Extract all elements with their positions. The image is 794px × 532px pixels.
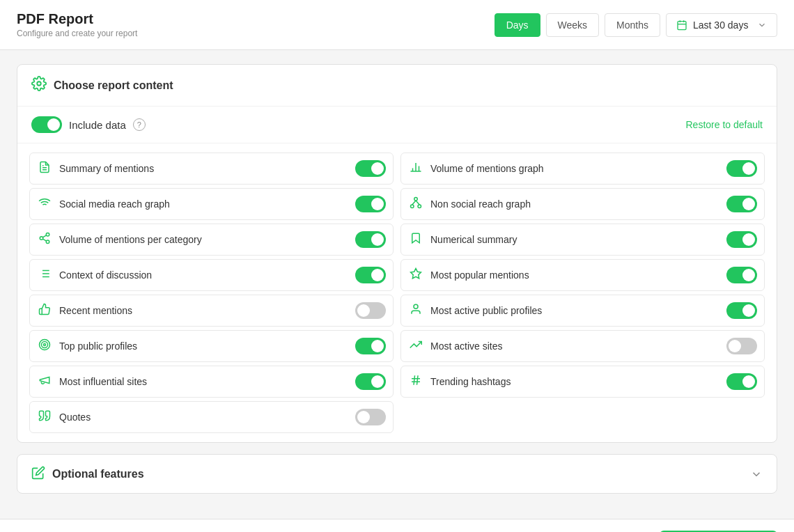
restore-default-link[interactable]: Restore to default (685, 119, 763, 130)
trending-hashtags-icon (408, 374, 423, 389)
svg-point-27 (411, 205, 414, 208)
item-left: Most active public profiles (408, 303, 542, 318)
item-left: Summary of mentions (37, 161, 154, 176)
page-subtitle: Configure and create your report (17, 29, 137, 38)
item-most-active-sites: Most active sites (400, 330, 765, 362)
quotes-icon (37, 409, 52, 425)
section-header: Choose report content (17, 65, 777, 107)
most-influential-sites-label: Most influential sites (59, 376, 147, 387)
svg-line-30 (416, 201, 419, 205)
svg-point-8 (46, 233, 49, 237)
include-data-left: Include data ? (31, 116, 146, 133)
trending-hashtags-toggle[interactable] (726, 373, 757, 390)
svg-point-28 (418, 205, 421, 208)
item-left: Non social reach graph (408, 196, 531, 212)
item-summary-of-mentions: Summary of mentions (29, 152, 394, 185)
item-left: Most popular mentions (408, 267, 529, 283)
volume-per-category-icon (37, 232, 52, 247)
svg-point-9 (40, 237, 43, 240)
numerical-summary-toggle[interactable] (726, 231, 757, 248)
item-left: Context of discussion (37, 267, 152, 283)
optional-header-left: Optional features (31, 466, 144, 482)
item-recent-mentions: Recent mentions (29, 295, 394, 327)
period-days-button[interactable]: Days (495, 13, 540, 37)
date-range-dropdown[interactable]: Last 30 days (666, 13, 777, 37)
svg-line-35 (414, 375, 415, 385)
trending-hashtags-label: Trending hashtags (430, 376, 511, 387)
top-public-profiles-label: Top public profiles (59, 341, 137, 352)
volume-of-mentions-graph-label: Volume of mentions graph (430, 163, 544, 174)
optional-features-header[interactable]: Optional features (17, 455, 777, 493)
summary-of-mentions-toggle[interactable] (355, 160, 386, 177)
items-grid: Summary of mentions Social media reach g… (17, 143, 777, 442)
svg-marker-31 (411, 269, 421, 279)
include-data-toggle[interactable] (31, 116, 62, 133)
include-data-label: Include data (69, 119, 126, 131)
svg-point-32 (414, 304, 418, 308)
question-mark-tooltip[interactable]: ? (133, 118, 146, 131)
footer-bar: Generate report (0, 519, 794, 532)
item-trending-hashtags: Trending hashtags (400, 366, 765, 398)
item-left: Trending hashtags (408, 374, 511, 389)
most-active-public-profiles-label: Most active public profiles (430, 305, 542, 316)
top-public-profiles-toggle[interactable] (355, 338, 386, 354)
svg-point-4 (37, 81, 41, 86)
main-content: Choose report content Include data ? Res… (0, 50, 794, 519)
svg-rect-0 (678, 21, 686, 29)
numerical-summary-label: Numerical summary (430, 234, 517, 245)
most-active-public-profiles-toggle[interactable] (726, 302, 757, 319)
svg-point-26 (414, 198, 418, 201)
pencil-icon (31, 466, 45, 482)
quotes-toggle[interactable] (355, 409, 386, 425)
chevron-down-icon (757, 20, 767, 30)
item-left: Numerical summary (408, 232, 517, 247)
most-active-sites-toggle[interactable] (726, 338, 757, 354)
gear-icon (31, 76, 47, 95)
svg-point-10 (46, 240, 49, 244)
item-quotes: Quotes (29, 401, 394, 433)
non-social-reach-graph-label: Non social reach graph (430, 198, 531, 210)
svg-point-21 (44, 344, 46, 346)
context-of-discussion-toggle[interactable] (355, 267, 386, 283)
item-left: Most influential sites (37, 374, 147, 389)
section-title: Choose report content (54, 79, 173, 92)
volume-per-category-toggle[interactable] (355, 231, 386, 248)
most-active-public-profiles-icon (408, 303, 423, 318)
social-media-reach-graph-icon (37, 196, 52, 212)
include-data-row: Include data ? Restore to default (17, 107, 777, 143)
choose-report-section: Choose report content Include data ? Res… (17, 64, 777, 443)
context-of-discussion-label: Context of discussion (59, 269, 152, 281)
svg-line-29 (412, 201, 416, 205)
most-popular-mentions-toggle[interactable] (726, 267, 757, 283)
context-of-discussion-icon (37, 267, 52, 283)
item-context-of-discussion: Context of discussion (29, 259, 394, 291)
item-left: Top public profiles (37, 338, 137, 354)
item-left: Volume of mentions per category (37, 232, 202, 247)
page-title: PDF Report (17, 11, 137, 27)
item-numerical-summary: Numerical summary (400, 224, 765, 256)
recent-mentions-toggle[interactable] (355, 302, 386, 319)
non-social-reach-graph-toggle[interactable] (726, 196, 757, 212)
period-months-button[interactable]: Months (605, 13, 660, 37)
item-most-active-public-profiles: Most active public profiles (400, 295, 765, 327)
non-social-reach-graph-icon (408, 196, 423, 212)
volume-of-mentions-graph-toggle[interactable] (726, 160, 757, 177)
most-influential-sites-toggle[interactable] (355, 373, 386, 390)
numerical-summary-icon (408, 232, 423, 247)
svg-point-20 (42, 342, 48, 348)
most-influential-sites-icon (37, 374, 52, 389)
summary-of-mentions-label: Summary of mentions (59, 163, 154, 174)
item-left: Volume of mentions graph (408, 161, 544, 176)
svg-line-12 (42, 235, 46, 237)
item-most-influential-sites: Most influential sites (29, 366, 394, 398)
item-top-public-profiles: Top public profiles (29, 330, 394, 362)
item-most-popular-mentions: Most popular mentions (400, 259, 765, 291)
item-social-media-reach-graph: Social media reach graph (29, 188, 394, 220)
period-weeks-button[interactable]: Weeks (546, 13, 600, 37)
svg-line-11 (42, 239, 46, 241)
right-column: Volume of mentions graph Non social reac… (397, 149, 768, 437)
header-left: PDF Report Configure and create your rep… (17, 11, 137, 38)
header: PDF Report Configure and create your rep… (0, 0, 794, 50)
social-media-reach-graph-toggle[interactable] (355, 196, 386, 212)
volume-per-category-label: Volume of mentions per category (59, 234, 202, 245)
